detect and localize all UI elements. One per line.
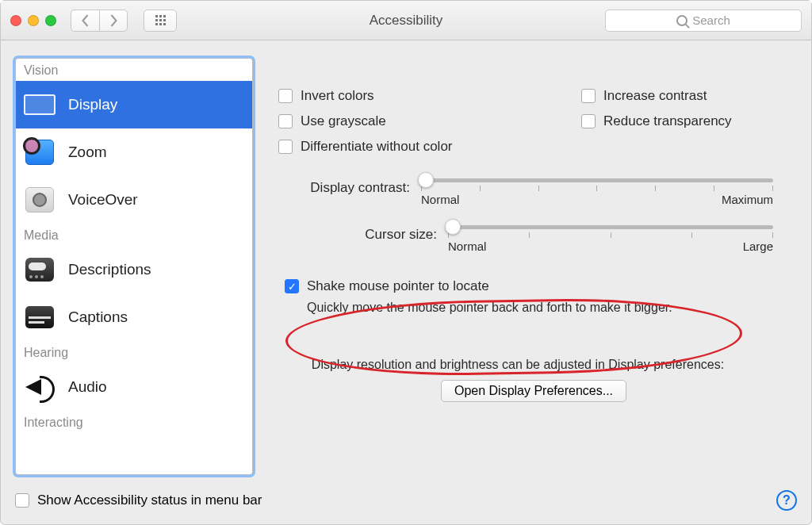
checkbox-increase-contrast[interactable]: Increase contrast [581,83,789,109]
zoom-icon [22,136,57,168]
search-input[interactable]: Search [605,10,802,32]
minimize-icon[interactable] [28,15,39,26]
content-area: Vision Display Zoom VoiceOver Media Desc… [1,40,811,481]
main-panel: Invert colors Increase contrast Use gray… [262,58,797,475]
voiceover-icon [22,184,57,216]
titlebar: Accessibility Search [1,1,811,40]
footer: Show Accessibility status in menu bar ? [1,481,811,524]
show-all-button[interactable] [144,10,177,32]
search-placeholder: Search [692,13,730,27]
cursor-size-slider[interactable]: Normal Large [448,225,773,253]
sidebar-item-display[interactable]: Display [16,81,252,128]
slider-max: Maximum [722,193,773,206]
sidebar-item-label: VoiceOver [68,191,138,209]
category-hearing: Hearing [16,341,252,363]
search-icon [676,15,688,26]
back-button[interactable] [71,10,99,32]
checkbox-use-grayscale[interactable]: Use grayscale [278,109,572,134]
category-vision: Vision [16,59,252,81]
sidebar-item-voiceover[interactable]: VoiceOver [16,176,252,224]
checkbox-shake-mouse[interactable]: ✓ Shake mouse pointer to locate [285,274,789,299]
category-interacting: Interacting [16,411,252,433]
checkbox-icon [581,114,596,128]
category-media: Media [16,224,252,246]
accessibility-window: Accessibility Search Vision Display Zoom… [0,0,812,525]
slider-max: Large [743,240,773,253]
forward-button[interactable] [99,10,128,32]
sidebar-item-captions[interactable]: Captions [16,293,252,341]
sidebar-item-label: Audio [68,378,107,396]
checkbox-label: Use grayscale [301,113,386,129]
cursor-size-row: Cursor size: Normal Large [278,225,789,253]
sidebar-item-label: Zoom [68,144,107,161]
checkbox-icon [581,89,596,103]
sidebar-item-label: Captions [68,308,128,326]
checkbox-differentiate[interactable]: Differentiate without color [278,134,572,159]
window-controls [10,15,56,26]
help-icon: ? [783,493,791,508]
apps-grid-icon [155,15,166,25]
slider-label: Display contrast: [278,178,410,196]
checkbox-reduce-transparency[interactable]: Reduce transparency [581,109,789,134]
nav-buttons [71,10,128,32]
checkbox-label: Invert colors [301,88,374,104]
close-icon[interactable] [10,15,21,26]
display-contrast-row: Display contrast: Normal Maximum [278,178,789,206]
monitor-icon [22,89,57,121]
slider-min: Normal [421,193,459,206]
checkbox-checked-icon: ✓ [285,279,299,293]
sidebar-item-label: Display [68,96,117,113]
descriptions-icon [22,254,57,285]
checkbox-icon [15,493,29,508]
help-button[interactable]: ? [776,490,797,511]
slider-label: Cursor size: [278,225,437,243]
checkbox-label: Shake mouse pointer to locate [307,278,489,294]
checkbox-label: Reduce transparency [603,113,732,129]
audio-icon [22,371,57,403]
shake-mouse-section: ✓ Shake mouse pointer to locate Quickly … [285,274,789,315]
checkbox-icon [278,114,293,128]
sidebar-item-label: Descriptions [68,261,151,278]
shake-description: Quickly move the mouse pointer back and … [307,301,789,315]
checkbox-show-status[interactable]: Show Accessibility status in menu bar [15,488,262,513]
slider-min: Normal [448,240,486,253]
checkbox-icon [278,89,293,103]
sidebar[interactable]: Vision Display Zoom VoiceOver Media Desc… [15,58,253,475]
sidebar-item-zoom[interactable]: Zoom [16,128,252,176]
fullscreen-icon[interactable] [45,15,56,26]
display-contrast-slider[interactable]: Normal Maximum [421,178,773,206]
resolution-note: Display resolution and brightness can be… [278,358,789,372]
open-display-preferences-button[interactable]: Open Display Preferences... [441,380,626,402]
checkbox-label: Show Accessibility status in menu bar [37,492,262,508]
checkbox-icon [278,140,293,154]
checkbox-label: Differentiate without color [301,139,453,155]
chevron-left-icon [81,14,90,27]
captions-icon [22,301,57,333]
checkbox-label: Increase contrast [603,88,707,104]
sidebar-item-descriptions[interactable]: Descriptions [16,246,252,293]
chevron-right-icon [109,14,118,27]
checkbox-invert-colors[interactable]: Invert colors [278,83,572,109]
sidebar-item-audio[interactable]: Audio [16,363,252,411]
